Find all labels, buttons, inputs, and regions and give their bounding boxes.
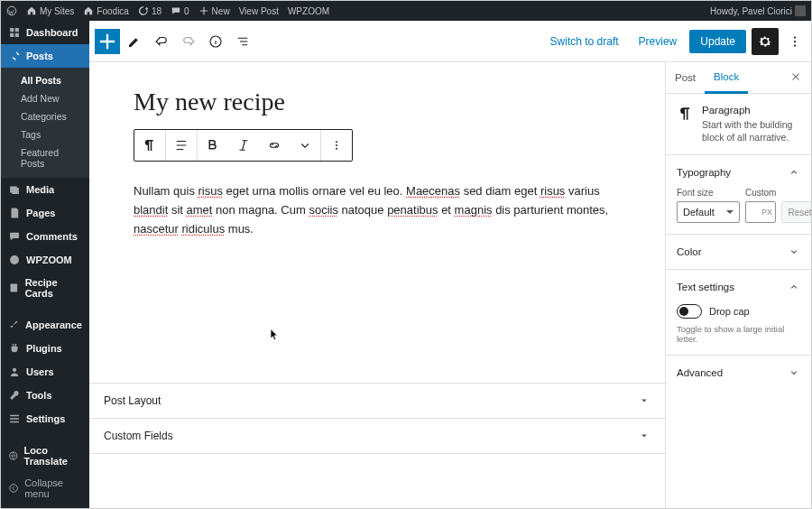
- undo-button[interactable]: [149, 29, 174, 54]
- my-sites-link[interactable]: My Sites: [26, 5, 74, 16]
- redo-button[interactable]: [176, 29, 201, 54]
- panel-typography-toggle[interactable]: Typography: [677, 166, 800, 179]
- outline-button[interactable]: [230, 29, 255, 54]
- gear-icon: [757, 33, 773, 50]
- custom-font-size-input[interactable]: PX: [745, 201, 776, 223]
- wpzoom-link[interactable]: WPZOOM: [288, 6, 329, 16]
- svg-point-3: [13, 368, 16, 372]
- chevron-up-icon: [788, 281, 800, 293]
- submenu-tags[interactable]: Tags: [1, 125, 89, 143]
- tab-block[interactable]: Block: [705, 62, 748, 94]
- italic-button[interactable]: [228, 130, 259, 161]
- wordpress-logo-icon[interactable]: [6, 5, 17, 16]
- reset-font-size-button[interactable]: Reset: [781, 201, 811, 223]
- editor-canvas[interactable]: My new recipe: [89, 62, 665, 508]
- new-link[interactable]: New: [198, 5, 230, 16]
- wrench-icon: [8, 389, 21, 402]
- submenu-posts: All Posts Add New Categories Tags Featur…: [1, 68, 89, 178]
- admin-bar: My Sites Foodica 18 0 New View Post WPZO…: [1, 1, 811, 21]
- list-icon: [235, 33, 251, 50]
- dashboard-icon: [8, 26, 21, 39]
- menu-users[interactable]: Users: [1, 360, 89, 384]
- drop-cap-toggle[interactable]: [677, 304, 702, 319]
- edit-mode-button[interactable]: [122, 29, 147, 54]
- menu-comments[interactable]: Comments: [1, 225, 89, 248]
- panel-advanced: Advanced: [666, 356, 811, 390]
- menu-settings[interactable]: Settings: [1, 407, 89, 430]
- drop-cap-label: Drop cap: [709, 306, 750, 317]
- translate-icon: [8, 449, 19, 462]
- block-description: Start with the building block of all nar…: [702, 118, 800, 143]
- panel-advanced-toggle[interactable]: Advanced: [677, 366, 800, 379]
- panel-text-settings: Text settings Drop cap Toggle to show a …: [666, 270, 811, 356]
- updates-link[interactable]: 18: [138, 5, 161, 16]
- sliders-icon: [8, 412, 21, 425]
- menu-posts[interactable]: Posts: [1, 44, 89, 68]
- svg-rect-2: [11, 284, 18, 292]
- admin-menu: Dashboard Posts All Posts Add New Catego…: [1, 21, 89, 508]
- submenu-categories[interactable]: Categories: [1, 107, 89, 125]
- font-size-select[interactable]: Default: [677, 201, 740, 223]
- settings-button[interactable]: [752, 28, 779, 55]
- metabox-custom-fields[interactable]: Custom Fields: [89, 419, 665, 454]
- link-icon: [266, 137, 282, 153]
- menu-appearance[interactable]: Appearance: [1, 313, 89, 337]
- caret-down-icon: [638, 394, 651, 407]
- site-name-link[interactable]: Foodica: [83, 5, 129, 16]
- menu-loco[interactable]: Loco Translate: [1, 440, 89, 472]
- panel-color-toggle[interactable]: Color: [677, 245, 800, 258]
- svg-point-9: [794, 44, 796, 46]
- caret-down-icon: [638, 430, 651, 442]
- menu-plugins[interactable]: Plugins: [1, 337, 89, 360]
- kebab-icon: [328, 137, 345, 153]
- svg-point-1: [10, 255, 19, 264]
- options-button[interactable]: [784, 28, 806, 55]
- paragraph-icon: [677, 105, 695, 123]
- switch-to-draft-button[interactable]: Switch to draft: [543, 30, 626, 53]
- update-button[interactable]: Update: [689, 30, 746, 53]
- paragraph-block[interactable]: Nullam quis risus eget urna mollis ornar…: [134, 182, 621, 238]
- more-rich-text-button[interactable]: [290, 130, 320, 161]
- panel-text-settings-toggle[interactable]: Text settings: [677, 281, 800, 293]
- comment-icon: [8, 230, 21, 243]
- menu-media[interactable]: Media: [1, 178, 89, 201]
- post-title[interactable]: My new recipe: [134, 88, 621, 116]
- submenu-featured-posts[interactable]: Featured Posts: [1, 143, 89, 172]
- details-button[interactable]: [203, 29, 228, 54]
- submenu-add-new[interactable]: Add New: [1, 89, 89, 107]
- howdy-link[interactable]: Howdy, Pavel Ciorici: [710, 5, 806, 16]
- svg-point-12: [336, 148, 337, 150]
- svg-point-7: [794, 36, 796, 38]
- menu-tools[interactable]: Tools: [1, 384, 89, 407]
- block-options-button[interactable]: [321, 130, 352, 161]
- info-icon: [208, 33, 224, 50]
- avatar: [795, 5, 806, 16]
- close-inspector-button[interactable]: [780, 65, 811, 90]
- menu-dashboard[interactable]: Dashboard: [1, 21, 89, 44]
- comment-icon: [171, 5, 181, 16]
- panel-color: Color: [666, 235, 811, 270]
- view-post-link[interactable]: View Post: [239, 6, 279, 16]
- menu-collapse[interactable]: Collapse menu: [1, 472, 89, 504]
- pin-icon: [8, 50, 21, 62]
- metabox-post-layout[interactable]: Post Layout: [89, 384, 665, 419]
- block-name: Paragraph: [702, 105, 800, 116]
- preview-button[interactable]: Preview: [632, 30, 685, 53]
- link-button[interactable]: [259, 130, 290, 161]
- editor: Switch to draft Preview Update My new re…: [89, 21, 811, 508]
- comments-link[interactable]: 0: [171, 5, 189, 16]
- menu-recipe-cards[interactable]: Recipe Cards: [1, 272, 89, 304]
- add-block-button[interactable]: [95, 29, 120, 54]
- custom-label: Custom: [745, 188, 776, 198]
- align-button[interactable]: [166, 130, 197, 161]
- submenu-all-posts[interactable]: All Posts: [1, 71, 89, 89]
- menu-wpzoom[interactable]: WPZOOM: [1, 248, 89, 272]
- tab-post[interactable]: Post: [666, 63, 705, 92]
- undo-icon: [153, 33, 170, 50]
- bold-button[interactable]: [198, 130, 228, 161]
- block-type-button[interactable]: [134, 130, 165, 161]
- chevron-up-icon: [788, 166, 800, 179]
- chevron-down-icon: [297, 137, 313, 153]
- wpzoom-icon: [8, 254, 21, 266]
- menu-pages[interactable]: Pages: [1, 201, 89, 225]
